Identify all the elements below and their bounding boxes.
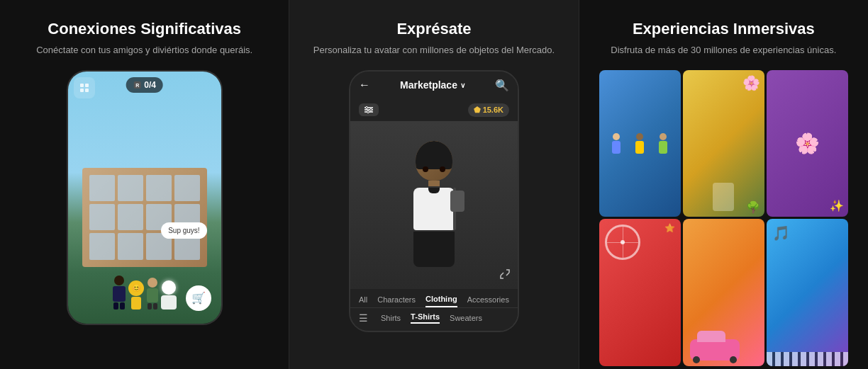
window: [146, 175, 172, 201]
right-panel: Experiencias Inmersivas Disfruta de más …: [579, 0, 868, 369]
coin-icon: ⬟: [474, 106, 481, 115]
character-4: [161, 280, 177, 310]
subcategory-tshirts[interactable]: T-Shirts: [411, 312, 440, 324]
avatar-eye-left: [423, 166, 428, 172]
center-subtitle: Personaliza tu avatar con millones de ob…: [313, 44, 555, 57]
pink-car: [690, 339, 740, 361]
cart-button[interactable]: 🛒: [186, 285, 211, 311]
chevron-down-icon: ∨: [460, 81, 465, 89]
marketplace-subbar: ⬟ 15.6K: [350, 99, 518, 121]
right-title: Experiencias Inmersivas: [633, 20, 815, 38]
star-decoration: ⭐: [664, 223, 675, 233]
svg-point-11: [367, 111, 369, 113]
avatar-head: [416, 141, 452, 181]
game-char-3: [659, 133, 667, 154]
center-phone-mockup: ← Marketplace ∨ 🔍: [349, 70, 519, 332]
svg-point-10: [369, 109, 372, 111]
subcategory-shirts[interactable]: Shirts: [381, 314, 401, 322]
window: [89, 204, 115, 230]
window: [174, 175, 200, 201]
filter-button[interactable]: [359, 103, 379, 116]
gallery-icon: [79, 83, 89, 93]
character-3: [147, 278, 158, 310]
figure-silhouette: [713, 183, 734, 211]
window: [89, 175, 115, 201]
speech-bubble: Sup guys!: [161, 222, 206, 239]
left-phone-screen: R 0/4: [68, 72, 221, 324]
collage-cell-5: [683, 219, 764, 366]
char-head: [114, 276, 124, 285]
avatar-area: [350, 121, 518, 289]
character-2: 😊: [128, 280, 144, 310]
char-legs: [113, 302, 125, 310]
expand-icon[interactable]: [499, 268, 511, 282]
collage-cell-3: 🌸 ✨: [767, 70, 848, 217]
right-subtitle: Disfruta de más de 30 millones de experi…: [611, 44, 836, 57]
filter-icon: [365, 106, 373, 113]
category-all[interactable]: All: [359, 295, 367, 307]
category-characters[interactable]: Characters: [377, 295, 416, 307]
game-char-2: [635, 133, 644, 154]
avatar-pants: [413, 232, 455, 267]
car-wheel-left: [693, 356, 700, 363]
left-phone-mockup: R 0/4: [67, 70, 223, 325]
category-clothing[interactable]: Clothing: [425, 295, 457, 307]
marketplace-title: Marketplace ∨: [400, 79, 465, 91]
center-title: Exprésate: [396, 20, 471, 38]
avatar-eye-right: [440, 166, 445, 172]
car-wheel-right: [730, 356, 737, 363]
game-char-1: [612, 133, 621, 154]
category-accessories[interactable]: Accessories: [467, 295, 509, 307]
left-title: Conexiones Significativas: [48, 20, 241, 38]
svg-point-9: [365, 107, 367, 109]
search-icon[interactable]: 🔍: [495, 79, 509, 92]
collage-cell-4: ⭐: [599, 219, 681, 366]
avatar-torso: [413, 188, 455, 230]
char-legs-3: [148, 303, 157, 310]
category-row: All Characters Clothing Accessories: [350, 295, 518, 307]
char-fluffy: [162, 280, 176, 295]
back-button[interactable]: ←: [359, 79, 370, 91]
avatar-hair: [416, 141, 452, 169]
svg-text:R: R: [135, 83, 139, 88]
char-head-3: [148, 278, 157, 288]
collage-cell-2: 🌸 🌳: [683, 70, 764, 217]
left-subtitle: Conéctate con tus amigos y diviértios do…: [36, 44, 252, 57]
subcategory-row: ☰ Shirts T-Shirts Sweaters: [350, 307, 518, 328]
window: [118, 175, 143, 201]
svg-rect-1: [85, 84, 89, 87]
window: [118, 204, 143, 230]
avatar-figure: [391, 141, 477, 268]
avatar-backpack: [450, 191, 464, 212]
character-1: [113, 276, 126, 310]
avatar-neck: [428, 181, 440, 186]
hamburger-icon[interactable]: ☰: [359, 312, 368, 324]
game-characters: [599, 70, 681, 217]
center-phone-screen: ← Marketplace ∨ 🔍: [350, 72, 518, 331]
center-panel: Exprésate Personaliza tu avatar con mill…: [289, 0, 579, 369]
collage-cell-6: 🎵: [767, 219, 848, 366]
char-body: [113, 286, 126, 302]
char-body-3: [147, 288, 158, 302]
expand-arrows-icon: [499, 268, 511, 280]
top-bar-icon: [74, 77, 95, 98]
badge-counter: R 0/4: [126, 77, 163, 93]
collage-area: 🌸 🌳 🌸 ✨ ⭐: [596, 70, 851, 369]
char-fluffy-body: [161, 295, 177, 310]
subcategory-sweaters[interactable]: Sweaters: [450, 314, 482, 322]
collage-cell-1: [599, 70, 681, 217]
svg-rect-0: [80, 84, 84, 87]
sparkle-decoration: ✨: [830, 199, 844, 212]
coins-display: ⬟ 15.6K: [468, 103, 509, 117]
char-emoji: 😊: [128, 280, 144, 296]
marketplace-topbar: ← Marketplace ∨ 🔍: [350, 72, 518, 99]
left-panel: Conexiones Significativas Conéctate con …: [0, 0, 289, 369]
category-tabs: All Characters Clothing Accessories ☰ Sh…: [350, 289, 518, 331]
music-decoration: 🎵: [772, 225, 790, 242]
char-body-2: [131, 297, 141, 310]
svg-rect-3: [85, 89, 89, 92]
avatar-neckline: [428, 188, 440, 193]
ferris-wheel: [605, 225, 640, 260]
svg-rect-2: [80, 89, 84, 92]
robux-icon: R: [133, 81, 141, 89]
